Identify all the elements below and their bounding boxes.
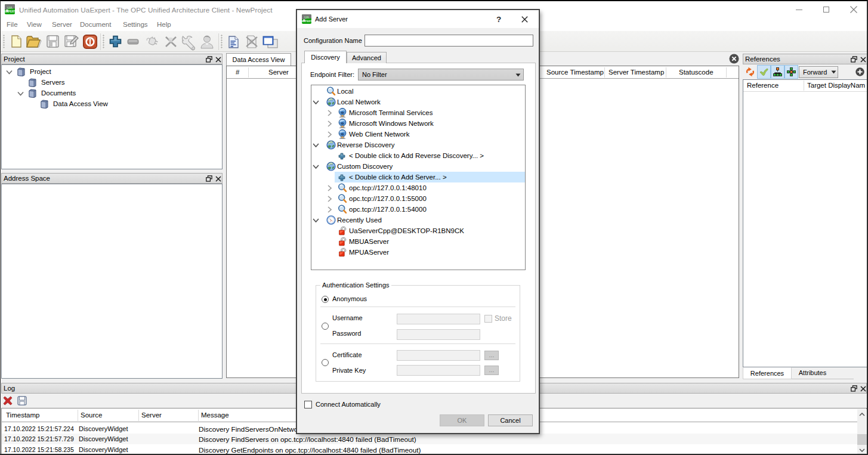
svg-text:UA: UA bbox=[7, 6, 13, 10]
